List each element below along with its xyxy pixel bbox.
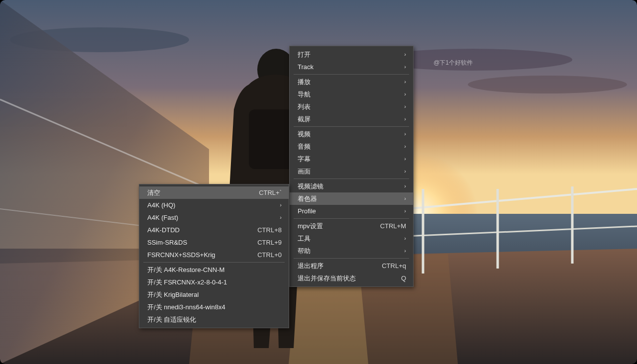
menu-item-label: 截屏 xyxy=(298,114,311,124)
menu-item-label: 导航 xyxy=(298,90,311,99)
menu-item-label: 播放 xyxy=(298,77,311,87)
chevron-right-icon: › xyxy=(404,154,406,164)
main-menu-separator xyxy=(294,258,409,259)
shader-menu-item[interactable]: 开/关 nnedi3-nns64-win8x4 xyxy=(139,301,289,313)
chevron-right-icon: › xyxy=(404,62,406,72)
menu-item-label: 列表 xyxy=(298,102,311,111)
shader-menu-item[interactable]: SSim-SR&DSCTRL+9 xyxy=(139,236,289,249)
chevron-right-icon: › xyxy=(404,167,406,176)
menu-item-label: 画面 xyxy=(298,167,311,176)
menu-item-label: 打开 xyxy=(298,50,311,59)
menu-item-label: SSim-SR&DS xyxy=(147,238,187,247)
chevron-right-icon: › xyxy=(404,206,406,216)
chevron-right-icon: › xyxy=(404,129,406,139)
menu-item-label: 开/关 A4K-Restore-CNN-M xyxy=(147,265,224,274)
main-menu-item[interactable]: Track› xyxy=(290,61,413,73)
main-menu-item[interactable]: 工具› xyxy=(290,232,413,245)
shader-menu-item[interactable]: 开/关 FSRCNNX-x2-8-0-4-1 xyxy=(139,276,289,288)
shader-menu-item[interactable]: A4K-DTDDCTRL+8 xyxy=(139,224,289,236)
menu-item-shortcut: CTRL+M xyxy=(380,221,406,231)
menu-item-shortcut: CTRL+9 xyxy=(257,238,282,247)
main-menu-item[interactable]: 字幕› xyxy=(290,153,413,165)
chevron-right-icon: › xyxy=(404,246,406,256)
menu-item-label: 帮助 xyxy=(298,246,311,256)
main-menu-item[interactable]: Profile› xyxy=(290,205,413,217)
shader-menu-separator xyxy=(143,262,285,263)
watermark: @下1个好软件 xyxy=(433,59,473,67)
menu-item-label: 着色器 xyxy=(298,194,317,203)
menu-item-shortcut: Q xyxy=(401,273,406,283)
main-menu-item[interactable]: 导航› xyxy=(290,88,413,100)
main-menu-item[interactable]: 打开› xyxy=(290,48,413,61)
main-menu-separator xyxy=(294,218,409,219)
chevron-right-icon: › xyxy=(280,200,282,210)
main-menu-item[interactable]: 帮助› xyxy=(290,245,413,257)
menu-item-label: 字幕 xyxy=(298,154,311,164)
main-menu-separator xyxy=(294,126,409,127)
main-menu-item[interactable]: 退出程序CTRL+q xyxy=(290,260,413,272)
main-menu-separator xyxy=(294,179,409,179)
chevron-right-icon: › xyxy=(404,234,406,243)
main-menu-item[interactable]: mpv设置CTRL+M xyxy=(290,220,413,232)
main-menu-item[interactable]: 退出并保存当前状态Q xyxy=(290,272,413,284)
chevron-right-icon: › xyxy=(404,182,406,191)
shader-menu-item[interactable]: A4K (Fast)› xyxy=(139,211,289,224)
chevron-right-icon: › xyxy=(404,114,406,124)
main-menu-separator xyxy=(294,74,409,75)
menu-item-label: Track xyxy=(298,62,314,72)
menu-item-shortcut: CTRL+0 xyxy=(257,250,282,260)
menu-item-label: FSRCNNX+SSDS+Krig xyxy=(147,250,215,260)
main-menu-item[interactable]: 列表› xyxy=(290,100,413,113)
chevron-right-icon: › xyxy=(404,194,406,203)
menu-item-label: 退出程序 xyxy=(298,261,323,271)
svg-point-3 xyxy=(468,76,627,93)
menu-item-label: 开/关 KrigBilateral xyxy=(147,290,199,299)
menu-item-label: 开/关 FSRCNNX-x2-8-0-4-1 xyxy=(147,277,227,287)
menu-item-shortcut: CTRL+8 xyxy=(257,225,282,235)
menu-item-shortcut: CTRL+q xyxy=(382,261,406,271)
menu-item-label: 开/关 自适应锐化 xyxy=(147,315,196,324)
shader-menu-item[interactable]: 开/关 A4K-Restore-CNN-M xyxy=(139,264,289,276)
shader-submenu: 清空CTRL+`A4K (HQ)›A4K (Fast)›A4K-DTDDCTRL… xyxy=(139,184,289,328)
menu-item-label: 音频 xyxy=(298,142,311,151)
menu-item-label: 清空 xyxy=(147,188,160,197)
main-menu-item[interactable]: 着色器› xyxy=(290,192,413,205)
menu-item-label: 工具 xyxy=(298,234,311,243)
main-context-menu: 打开›Track›播放›导航›列表›截屏›视频›音频›字幕›画面›视频滤镜›着色… xyxy=(289,46,414,287)
chevron-right-icon: › xyxy=(404,50,406,59)
main-menu-item[interactable]: 视频滤镜› xyxy=(290,180,413,192)
menu-item-label: 退出并保存当前状态 xyxy=(298,273,356,283)
main-menu-item[interactable]: 截屏› xyxy=(290,113,413,125)
menu-item-label: A4K (HQ) xyxy=(147,200,175,210)
shader-menu-item[interactable]: 开/关 KrigBilateral xyxy=(139,288,289,301)
menu-item-label: 开/关 nnedi3-nns64-win8x4 xyxy=(147,302,225,312)
chevron-right-icon: › xyxy=(404,142,406,151)
main-menu-item[interactable]: 视频› xyxy=(290,128,413,140)
shader-menu-item[interactable]: FSRCNNX+SSDS+KrigCTRL+0 xyxy=(139,249,289,261)
menu-item-label: A4K (Fast) xyxy=(147,213,178,222)
shader-menu-item[interactable]: A4K (HQ)› xyxy=(139,199,289,211)
menu-item-shortcut: CTRL+` xyxy=(259,188,282,197)
main-menu-item[interactable]: 音频› xyxy=(290,140,413,153)
chevron-right-icon: › xyxy=(404,77,406,87)
menu-item-label: mpv设置 xyxy=(298,221,323,231)
menu-item-label: A4K-DTDD xyxy=(147,225,180,235)
main-menu-item[interactable]: 画面› xyxy=(290,165,413,178)
menu-item-label: 视频 xyxy=(298,129,311,139)
menu-item-label: 视频滤镜 xyxy=(298,182,323,191)
shader-menu-item[interactable]: 清空CTRL+` xyxy=(139,186,289,199)
main-menu-item[interactable]: 播放› xyxy=(290,76,413,88)
shader-menu-item[interactable]: 开/关 自适应锐化 xyxy=(139,313,289,326)
chevron-right-icon: › xyxy=(404,102,406,111)
chevron-right-icon: › xyxy=(404,90,406,99)
menu-item-label: Profile xyxy=(298,206,316,216)
chevron-right-icon: › xyxy=(280,213,282,222)
